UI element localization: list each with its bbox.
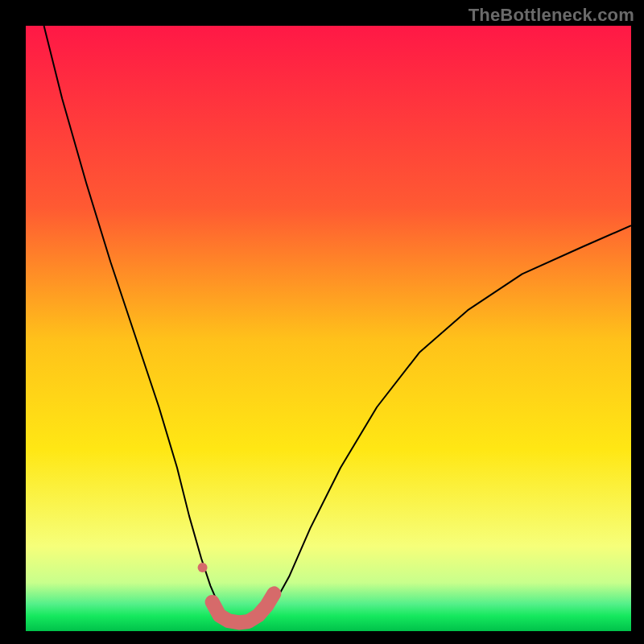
curve-layer: [0, 0, 644, 644]
series-curve: [44, 26, 631, 624]
series-marker-band: [213, 593, 275, 622]
point-marker-dot-0: [198, 563, 208, 572]
chart-frame: TheBottleneck.com: [0, 0, 644, 644]
watermark-text: TheBottleneck.com: [469, 5, 634, 26]
